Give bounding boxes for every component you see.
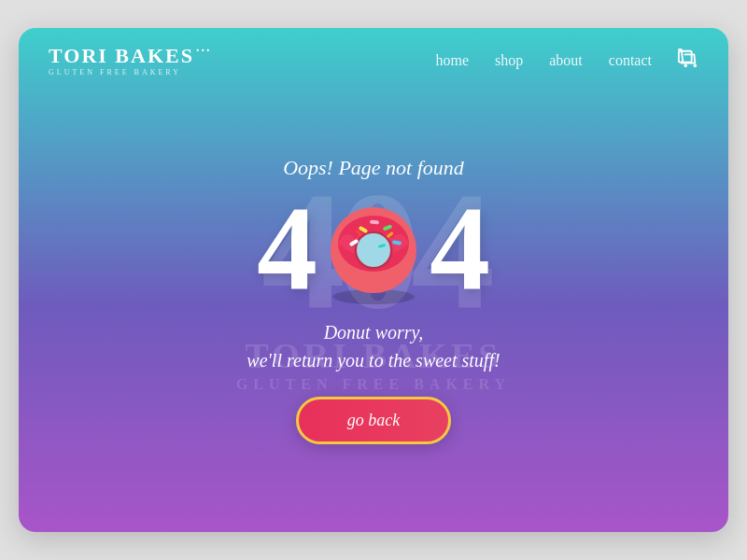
donut-image xyxy=(317,192,430,304)
cart-icon[interactable] xyxy=(678,49,698,74)
digit-right: 4 xyxy=(430,188,490,309)
logo-name: TORI BAKES··· xyxy=(49,45,211,66)
message-line1: Donut worry, xyxy=(247,318,500,346)
nav-shop[interactable]: shop xyxy=(495,52,523,69)
main-content: Oops! Page not found 4 xyxy=(19,86,728,532)
svg-point-2 xyxy=(694,64,696,66)
svg-rect-0 xyxy=(679,50,692,62)
nav-contact[interactable]: contact xyxy=(609,52,652,69)
browser-frame: 404 TORI BAKES GLUTEN FREE BAKERY TORI B… xyxy=(19,28,728,532)
navbar: TORI BAKES··· GLUTEN FREE BAKERY home sh… xyxy=(19,28,728,86)
logo: TORI BAKES··· GLUTEN FREE BAKERY xyxy=(49,45,211,77)
nav-about[interactable]: about xyxy=(549,52,583,69)
error-404-row: 4 xyxy=(257,188,490,309)
digit-left: 4 xyxy=(257,188,317,309)
message-line2: we'll return you to the sweet stuff! xyxy=(247,346,500,374)
nav-home[interactable]: home xyxy=(435,52,469,69)
logo-dots: ··· xyxy=(196,45,212,58)
oops-message: Oops! Page not found xyxy=(283,156,464,180)
go-back-button[interactable]: go back xyxy=(296,397,451,444)
nav-links: home shop about contact xyxy=(435,49,698,74)
svg-point-1 xyxy=(684,64,686,66)
donut-message: Donut worry, we'll return you to the swe… xyxy=(247,318,500,374)
logo-tagline: GLUTEN FREE BAKERY xyxy=(49,68,211,77)
page-background: 404 TORI BAKES GLUTEN FREE BAKERY TORI B… xyxy=(19,28,728,532)
svg-point-8 xyxy=(357,233,390,267)
